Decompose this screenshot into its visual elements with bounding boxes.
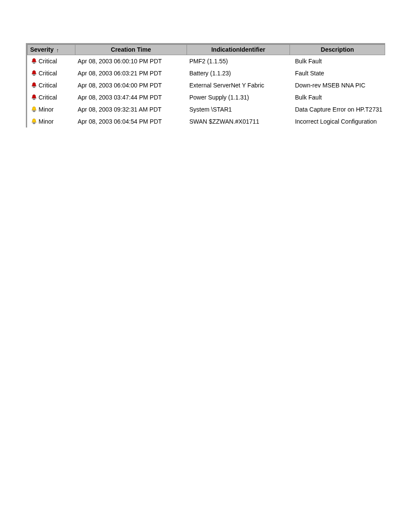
minor-bell-icon	[30, 118, 38, 125]
column-header-indication-identifier-label: IndicationIdentifier	[211, 46, 265, 53]
description-cell: Data Capture Error on HP.T2731	[290, 103, 385, 115]
table-row[interactable]: CriticalApr 08, 2003 06:04:00 PM PDTExte…	[28, 79, 385, 91]
svg-point-11	[33, 123, 34, 124]
description-cell: Bulk Fault	[290, 55, 385, 67]
description-cell: Fault State	[290, 67, 385, 79]
creation-time-cell: Apr 08, 2003 06:04:00 PM PDT	[75, 79, 187, 91]
creation-time-cell: Apr 08, 2003 06:04:54 PM PDT	[75, 115, 187, 128]
table-row[interactable]: CriticalApr 08, 2003 03:47:44 PM PDTPowe…	[28, 91, 385, 103]
severity-label: Minor	[39, 118, 54, 125]
table-body: CriticalApr 08, 2003 06:00:10 PM PDTPMF2…	[28, 55, 385, 128]
sort-ascending-icon: ↑	[56, 47, 59, 53]
column-header-severity-label: Severity	[30, 46, 53, 53]
table-row[interactable]: MinorApr 08, 2003 09:32:31 AM PDTSystem …	[28, 103, 385, 115]
creation-time-cell: Apr 08, 2003 03:47:44 PM PDT	[75, 91, 187, 103]
svg-point-3	[33, 75, 34, 75]
critical-bell-icon	[30, 81, 38, 89]
table-row[interactable]: CriticalApr 08, 2003 06:00:10 PM PDTPMF2…	[28, 55, 385, 67]
indication-identifier-cell: Battery (1.1.23)	[187, 67, 290, 79]
critical-bell-icon	[30, 93, 38, 101]
severity-cell: Critical	[28, 67, 75, 79]
indication-identifier-cell: SWAN $ZZWAN.#X01711	[187, 115, 290, 128]
severity-cell: Minor	[28, 115, 75, 128]
table-row[interactable]: MinorApr 08, 2003 06:04:54 PM PDTSWAN $Z…	[28, 115, 385, 128]
creation-time-cell: Apr 08, 2003 09:32:31 AM PDT	[75, 103, 187, 115]
alarms-table: Severity ↑ Creation Time IndicationIdent…	[27, 44, 385, 128]
severity-cell: Critical	[28, 79, 75, 91]
indication-identifier-cell: External ServerNet Y Fabric	[187, 79, 290, 91]
svg-point-9	[33, 111, 34, 112]
description-cell: Down-rev MSEB NNA PIC	[290, 79, 385, 91]
svg-point-7	[33, 99, 34, 100]
column-header-severity[interactable]: Severity ↑	[28, 45, 75, 55]
severity-cell: Critical	[28, 91, 75, 103]
column-header-description-label: Description	[321, 46, 354, 53]
severity-label: Critical	[39, 70, 57, 77]
indication-identifier-cell: Power Supply (1.1.31)	[187, 91, 290, 103]
severity-cell: Minor	[28, 103, 75, 115]
column-header-creation-time-label: Creation Time	[111, 46, 151, 53]
svg-point-1	[33, 63, 34, 63]
critical-bell-icon	[30, 69, 38, 77]
severity-label: Critical	[39, 58, 57, 65]
svg-point-5	[33, 87, 34, 87]
severity-label: Minor	[39, 106, 54, 113]
table-header-row: Severity ↑ Creation Time IndicationIdent…	[28, 45, 385, 55]
critical-bell-icon	[30, 57, 38, 65]
description-cell: Bulk Fault	[290, 91, 385, 103]
column-header-indication-identifier[interactable]: IndicationIdentifier	[187, 45, 290, 55]
indication-identifier-cell: PMF2 (1.1.55)	[187, 55, 290, 67]
alarms-panel: Severity ↑ Creation Time IndicationIdent…	[26, 43, 385, 128]
creation-time-cell: Apr 08, 2003 06:03:21 PM PDT	[75, 67, 187, 79]
table-row[interactable]: CriticalApr 08, 2003 06:03:21 PM PDTBatt…	[28, 67, 385, 79]
minor-bell-icon	[30, 106, 38, 113]
indication-identifier-cell: System \STAR1	[187, 103, 290, 115]
severity-label: Critical	[39, 82, 57, 89]
creation-time-cell: Apr 08, 2003 06:00:10 PM PDT	[75, 55, 187, 67]
severity-label: Critical	[39, 94, 57, 101]
column-header-description[interactable]: Description	[290, 45, 385, 55]
description-cell: Incorrect Logical Configuration	[290, 115, 385, 128]
column-header-creation-time[interactable]: Creation Time	[75, 45, 187, 55]
severity-cell: Critical	[28, 55, 75, 67]
